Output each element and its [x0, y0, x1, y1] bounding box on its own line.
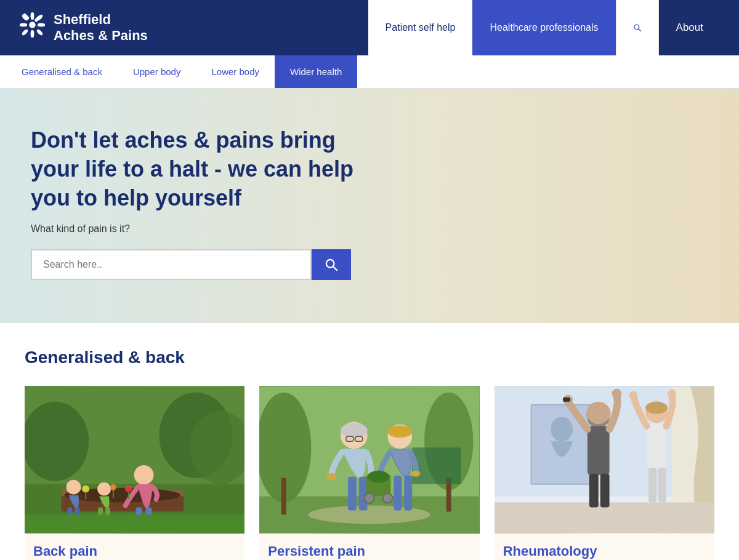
svg-point-69 — [383, 494, 393, 503]
subnav-wider-health[interactable]: Wider health — [275, 55, 357, 88]
search-bar — [31, 249, 351, 280]
svg-rect-82 — [589, 474, 599, 508]
logo-icon — [18, 11, 46, 44]
svg-point-87 — [629, 391, 637, 400]
svg-point-85 — [645, 402, 668, 414]
svg-point-14 — [36, 28, 44, 36]
card-rheumatology[interactable]: Rheumatology — [495, 386, 714, 560]
hero-title: Don't let aches & pains bring your life … — [31, 126, 388, 212]
section-title: Generalised & back — [25, 348, 714, 367]
svg-point-8 — [31, 30, 34, 38]
svg-point-31 — [66, 480, 81, 495]
healthcare-professionals-button[interactable]: Healthcare professionals — [472, 0, 615, 55]
subnav-upper-body[interactable]: Upper body — [118, 55, 196, 88]
svg-line-17 — [638, 29, 640, 31]
search-icon — [634, 21, 641, 34]
card-back-pain-image — [25, 386, 244, 534]
svg-line-19 — [333, 267, 337, 271]
svg-point-38 — [110, 484, 116, 490]
svg-point-24 — [25, 402, 89, 481]
svg-point-9 — [20, 23, 27, 27]
search-submit-icon — [325, 258, 337, 271]
svg-rect-43 — [25, 515, 244, 534]
svg-point-88 — [668, 390, 676, 398]
persistent-pain-scene-svg — [259, 386, 479, 534]
svg-point-68 — [365, 494, 374, 503]
card-rheumatology-label: Rheumatology — [495, 534, 714, 560]
hero-subtitle: What kind of pain is it? — [31, 223, 708, 234]
cards-section: Generalised & back — [0, 323, 739, 560]
svg-point-10 — [38, 23, 45, 27]
svg-rect-81 — [563, 398, 570, 402]
svg-point-13 — [21, 28, 29, 36]
about-button[interactable]: About — [659, 0, 721, 55]
svg-point-70 — [368, 471, 390, 483]
hero-section: Don't let aches & pains bring your life … — [0, 89, 739, 323]
svg-point-34 — [97, 482, 111, 496]
svg-point-62 — [388, 426, 413, 438]
svg-rect-59 — [348, 477, 357, 511]
svg-rect-90 — [658, 468, 666, 503]
logo-line1: Sheffield — [54, 12, 148, 28]
patient-self-help-button[interactable]: Patient self help — [368, 0, 473, 55]
svg-rect-47 — [281, 478, 286, 515]
subnav-lower-body[interactable]: Lower body — [196, 55, 275, 88]
svg-point-80 — [612, 389, 621, 399]
card-back-pain-label: Back pain — [25, 534, 244, 560]
back-pain-scene-svg — [25, 386, 244, 534]
subnav-generalised-back[interactable]: Generalised & back — [6, 55, 118, 88]
search-button[interactable] — [616, 0, 659, 55]
svg-point-76 — [551, 417, 573, 442]
svg-rect-78 — [588, 426, 610, 475]
svg-rect-66 — [405, 476, 413, 511]
logo[interactable]: Sheffield Aches & Pains — [18, 11, 148, 44]
card-persistent-pain-label: Persistent pain — [259, 534, 479, 560]
card-persistent-pain[interactable]: Persistent pain — [259, 386, 479, 560]
logo-text: Sheffield Aches & Pains — [54, 12, 148, 44]
svg-rect-60 — [359, 477, 368, 511]
search-input[interactable] — [31, 249, 312, 280]
svg-rect-50 — [412, 448, 461, 485]
logo-line2: Aches & Pains — [54, 28, 148, 44]
svg-point-51 — [309, 506, 431, 524]
card-persistent-pain-image — [259, 386, 479, 534]
svg-rect-83 — [600, 474, 609, 508]
svg-point-7 — [31, 12, 34, 20]
card-back-pain[interactable]: Back pain — [25, 386, 244, 560]
svg-point-39 — [125, 485, 132, 492]
svg-rect-65 — [394, 476, 402, 511]
svg-point-27 — [65, 488, 181, 503]
svg-point-53 — [341, 423, 368, 438]
header: Sheffield Aches & Pains Patient self hel… — [0, 0, 739, 55]
svg-point-37 — [82, 486, 89, 493]
svg-point-64 — [411, 471, 420, 477]
subnav: Generalised & back Upper body Lower body… — [0, 55, 739, 89]
main-nav: Patient self help Healthcare professiona… — [368, 0, 721, 55]
card-rheumatology-image — [495, 386, 714, 534]
svg-point-57 — [327, 473, 337, 481]
cards-grid: Back pain — [25, 386, 714, 560]
svg-point-28 — [134, 465, 154, 485]
svg-point-15 — [30, 22, 36, 28]
svg-rect-89 — [648, 468, 656, 503]
search-submit-button[interactable] — [312, 249, 351, 280]
rheumatology-scene-svg — [495, 386, 714, 534]
svg-rect-86 — [647, 423, 666, 469]
